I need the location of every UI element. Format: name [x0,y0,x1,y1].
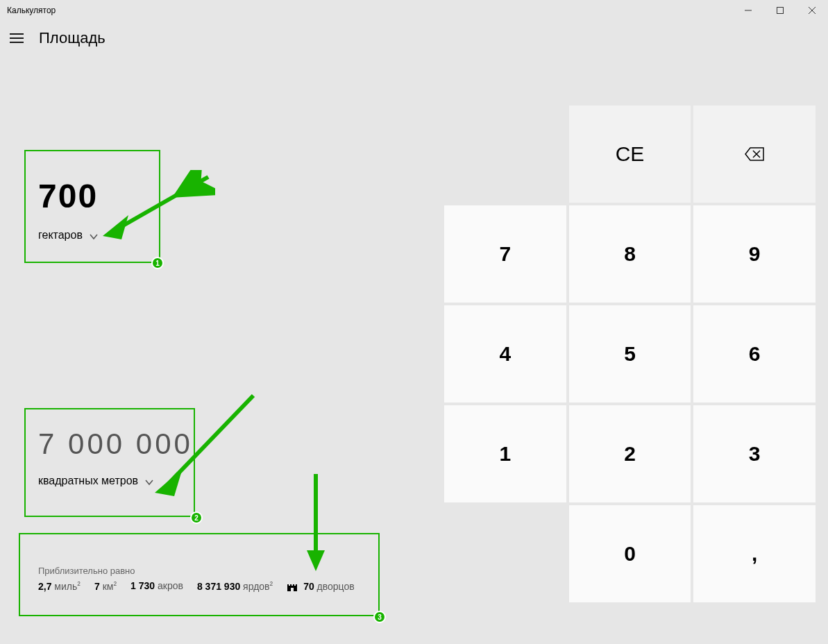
output-unit-label: квадратных метров [38,475,138,487]
chevron-down-icon [90,231,98,239]
key-6[interactable]: 6 [693,305,816,402]
approx-acres-unit: акров [158,580,183,591]
backspace-key[interactable] [693,105,816,203]
window-title: Калькулятор [7,6,56,15]
svg-rect-1 [777,8,784,14]
clear-entry-key[interactable]: CE [569,105,691,203]
chevron-down-icon [145,477,153,485]
key-1[interactable]: 1 [444,405,566,502]
key-0[interactable]: 0 [569,505,691,602]
approx-km-unit: км [103,581,114,592]
approx-km-value: 7 [94,581,100,592]
key-7[interactable]: 7 [444,205,566,303]
close-button[interactable] [796,0,828,21]
approx-castles-unit: дворцов [317,581,355,592]
keypad-spacer [444,105,566,203]
output-unit-dropdown[interactable]: квадратных метров [38,475,153,487]
key-5[interactable]: 5 [569,305,691,402]
input-unit-label: гектаров [38,229,83,242]
input-unit-dropdown[interactable]: гектаров [38,229,98,242]
key-2[interactable]: 2 [569,405,691,502]
approx-yards-unit: ярдов [243,581,269,592]
keypad: CE 7 8 9 4 5 6 1 2 3 0 , [444,105,816,605]
key-8[interactable]: 8 [569,205,691,303]
castle-icon [287,580,298,591]
approx-label: Приблизительно равно [38,566,378,576]
approx-acres-value: 1 730 [130,580,155,591]
approx-miles-value: 2,7 [38,581,51,592]
mode-title: Площадь [39,29,105,47]
header: Площадь [0,21,828,56]
maximize-button[interactable] [764,0,796,21]
input-value[interactable]: 700 [38,177,98,215]
minimize-button[interactable] [732,0,764,21]
key-comma[interactable]: , [693,505,816,602]
approx-row: 2,7 миль2 7 км2 1 730 акров 8 371 930 яр… [38,580,378,592]
key-3[interactable]: 3 [693,405,816,502]
key-4[interactable]: 4 [444,305,566,402]
output-value[interactable]: 7 000 000 [38,427,193,461]
window-controls [732,0,828,21]
annotation-badge-2: 2 [190,511,203,524]
annotation-badge-3: 3 [373,611,386,623]
keypad-spacer [444,505,566,602]
title-bar: Калькулятор [0,0,828,21]
key-9[interactable]: 9 [693,205,816,303]
annotation-badge-1: 1 [151,257,164,269]
approx-castles-value: 70 [303,581,314,592]
approx-yards-value: 8 371 930 [197,581,240,592]
approx-miles-unit: миль [54,581,77,592]
backspace-icon [745,147,764,161]
hamburger-menu-icon[interactable] [7,28,26,48]
